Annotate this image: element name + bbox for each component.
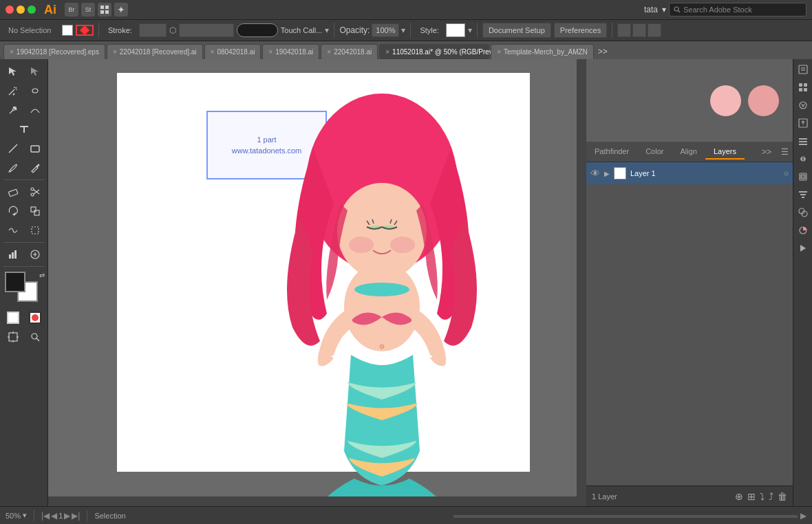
new-sublayer-icon[interactable]: ⊞ xyxy=(747,491,756,502)
warp-tool[interactable] xyxy=(2,221,24,239)
layout-icon[interactable] xyxy=(98,3,111,17)
magic-wand-tool[interactable] xyxy=(2,82,24,100)
opacity-input[interactable] xyxy=(372,23,399,37)
tab-color[interactable]: Color xyxy=(637,144,672,160)
cc-libraries-icon[interactable] xyxy=(795,98,811,113)
layer-expand-icon[interactable]: ▶ xyxy=(604,170,610,177)
tabs-more[interactable]: >> xyxy=(595,44,610,59)
color-panel-icon[interactable] xyxy=(795,223,811,238)
tab-close-2[interactable]: × xyxy=(211,48,215,56)
stroke-mode[interactable] xyxy=(24,309,46,327)
add-layer-icon[interactable]: ⊕ xyxy=(735,491,743,502)
tab-4[interactable]: × 22042018.ai xyxy=(321,44,378,59)
stroke-input[interactable] xyxy=(139,23,167,37)
user-chevron[interactable]: ▾ xyxy=(662,5,666,14)
align-panel-icon[interactable] xyxy=(795,187,811,202)
scale-tool[interactable] xyxy=(24,202,46,220)
tab-close-1[interactable]: × xyxy=(113,48,117,56)
fill-mode[interactable] xyxy=(2,309,24,327)
pathfinder-panel-icon[interactable] xyxy=(795,205,811,220)
direct-select-tool[interactable] xyxy=(24,63,46,80)
tab-close-3[interactable]: × xyxy=(268,48,273,56)
bridge-icon[interactable]: Br xyxy=(65,3,78,17)
artboard-next[interactable]: ▶ xyxy=(64,511,70,521)
scissors-tool[interactable] xyxy=(24,183,46,201)
panel-menu-icon[interactable]: ☰ xyxy=(777,144,793,160)
view-icon2[interactable] xyxy=(632,23,646,37)
graph-tool[interactable] xyxy=(2,245,24,263)
horizontal-scrollbar[interactable] xyxy=(48,496,586,506)
maximize-button[interactable] xyxy=(28,6,36,14)
stroke-style-dropdown[interactable] xyxy=(179,23,234,37)
close-button[interactable] xyxy=(6,6,14,14)
tab-1[interactable]: × 22042018 [Recovered].ai xyxy=(107,44,203,59)
tab-close-6[interactable]: × xyxy=(497,48,501,56)
layers-panel-icon[interactable] xyxy=(795,133,811,149)
panel-tabs-more[interactable]: >> xyxy=(756,144,777,160)
view-icon3[interactable] xyxy=(648,23,661,37)
stroke-style-indicator[interactable] xyxy=(76,25,94,36)
touch-callout[interactable] xyxy=(237,23,278,37)
zoom-tool[interactable] xyxy=(24,328,46,346)
layer-lock-icon[interactable]: ○ xyxy=(784,168,789,178)
touch-chevron[interactable]: ▾ xyxy=(325,25,329,35)
layer-row-1[interactable]: 👁 ▶ Layer 1 ○ xyxy=(586,162,793,184)
pen-tool[interactable] xyxy=(2,101,24,119)
play-icon[interactable] xyxy=(795,241,811,256)
tab-pathfinder[interactable]: Pathfinder xyxy=(586,144,637,160)
foreground-color[interactable] xyxy=(5,272,25,292)
rect-tool[interactable] xyxy=(24,140,46,157)
move-selection-icon[interactable]: ⤵ xyxy=(760,491,765,502)
canvas-area[interactable]: 1 part www.tatadonets.com xyxy=(48,59,586,506)
tab-layers[interactable]: Layers xyxy=(705,144,745,160)
style-swatch[interactable] xyxy=(446,23,465,37)
links-icon[interactable] xyxy=(795,151,811,166)
collect-in-layer-icon[interactable]: ⤴ xyxy=(769,491,773,502)
stroke-stepper[interactable]: ⬡ xyxy=(169,25,176,35)
minimize-button[interactable] xyxy=(17,6,25,14)
transform-icon[interactable] xyxy=(795,169,811,184)
select-tool[interactable] xyxy=(2,63,24,80)
fill-color[interactable] xyxy=(62,25,73,36)
tab-5[interactable]: × 11052018.ai* @ 50% (RGB/Preview) xyxy=(379,44,489,59)
swap-colors-icon[interactable]: ⇄ xyxy=(39,272,45,279)
lasso-tool[interactable] xyxy=(24,82,46,100)
libraries-icon[interactable] xyxy=(795,80,811,95)
vertical-scrollbar[interactable] xyxy=(577,59,586,496)
curvature-tool[interactable] xyxy=(24,101,46,119)
delete-layer-icon[interactable]: 🗑 xyxy=(778,491,787,502)
status-expand[interactable]: ▶ xyxy=(800,511,806,521)
artboard-first[interactable]: |◀ xyxy=(41,511,50,521)
free-transform-tool[interactable] xyxy=(24,221,46,239)
zoom-chevron[interactable]: ▾ xyxy=(23,511,27,520)
eraser-tool[interactable] xyxy=(2,183,24,201)
color-circle-2[interactable] xyxy=(748,85,779,116)
tab-close-4[interactable]: × xyxy=(327,48,331,56)
discover-icon[interactable]: ✦ xyxy=(114,3,128,17)
color-circle-1[interactable] xyxy=(710,85,741,116)
symbol-tool[interactable] xyxy=(24,245,46,263)
asset-export-icon[interactable] xyxy=(795,116,811,131)
tab-close-5[interactable]: × xyxy=(385,48,389,56)
view-icon1[interactable] xyxy=(617,23,631,37)
layer-visibility-icon[interactable]: 👁 xyxy=(590,168,600,179)
document-setup-button[interactable]: Document Setup xyxy=(482,23,551,38)
type-tool[interactable] xyxy=(2,120,46,138)
artboard-last[interactable]: ▶| xyxy=(72,511,80,521)
rotate-tool[interactable] xyxy=(2,202,24,220)
tab-6[interactable]: × Template-Merch_by_AMZN xyxy=(491,44,594,59)
artboard-tool[interactable] xyxy=(2,328,24,346)
paintbrush-tool[interactable] xyxy=(2,159,24,177)
tab-2[interactable]: × 08042018.ai xyxy=(204,44,261,59)
tab-align[interactable]: Align xyxy=(672,144,705,160)
preferences-button[interactable]: Preferences xyxy=(554,23,607,38)
tab-0[interactable]: × 19042018 [Recovered].eps xyxy=(3,44,105,59)
style-chevron[interactable]: ▾ xyxy=(468,25,472,35)
search-box[interactable]: Search Adobe Stock xyxy=(669,3,806,17)
zoom-control[interactable]: 50% ▾ xyxy=(6,511,27,520)
artboard-prev[interactable]: ◀ xyxy=(51,511,57,521)
properties-icon[interactable] xyxy=(795,62,811,77)
opacity-chevron[interactable]: ▾ xyxy=(401,25,405,35)
tab-3[interactable]: × 19042018.ai xyxy=(262,44,319,59)
stock-icon[interactable]: St xyxy=(81,3,95,17)
